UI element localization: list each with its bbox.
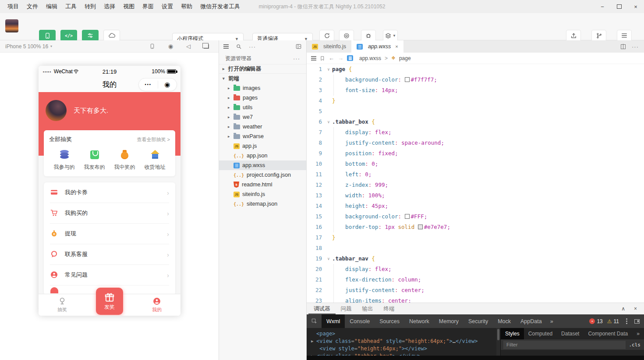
outline-icon[interactable]: [223, 44, 229, 45]
list-item-0[interactable]: 我的卡券›: [50, 182, 169, 203]
lottery-grid-item-1[interactable]: 我发布的: [79, 150, 110, 171]
user-avatar[interactable]: [5, 19, 18, 32]
devtools-tab-memory[interactable]: Memory: [434, 314, 464, 328]
maximize-icon[interactable]: [611, 0, 627, 13]
more-menu-icon[interactable]: •••: [139, 82, 158, 87]
warning-count[interactable]: ⚠11: [607, 318, 619, 324]
explorer-row-app-js[interactable]: JSapp.js: [219, 141, 306, 151]
expand-arrow-icon[interactable]: ▶: [311, 338, 313, 345]
fold-icon[interactable]: ∨: [325, 253, 332, 264]
minimize-icon[interactable]: −: [594, 0, 611, 13]
mute-icon[interactable]: ◁: [186, 43, 191, 49]
breadcrumb-node[interactable]: page: [399, 55, 411, 61]
devtools-tab-sources[interactable]: Sources: [375, 314, 404, 328]
explorer-row-sitemap-json[interactable]: {..}sitemap.json: [219, 199, 306, 209]
gift-tab-button[interactable]: 发奖: [96, 288, 123, 315]
device-icon[interactable]: [149, 43, 155, 50]
menu-item-1[interactable]: 文件: [23, 0, 42, 13]
nav-back-icon[interactable]: ←: [329, 55, 334, 61]
menu-item-5[interactable]: 选择: [100, 0, 119, 13]
close-panel-icon[interactable]: ×: [634, 306, 637, 312]
record-icon[interactable]: ◉: [168, 43, 173, 49]
menu-item-2[interactable]: 编辑: [42, 0, 61, 13]
fold-icon[interactable]: ∨: [325, 64, 332, 75]
expanded-arrow-icon[interactable]: ▾: [223, 76, 228, 81]
debugger-tab-2[interactable]: 输出: [357, 303, 379, 314]
lottery-grid-item-3[interactable]: 收货地址: [140, 150, 170, 171]
wxml-node-0[interactable]: <page>: [311, 330, 496, 338]
menu-item-8[interactable]: 设置: [158, 0, 177, 13]
collapsed-arrow-icon[interactable]: ▸: [228, 134, 234, 139]
explorer-row-open-editors[interactable]: ▸打开的编辑器: [219, 64, 306, 74]
explorer-row-images[interactable]: ▸images: [219, 83, 306, 93]
explorer-row-utils[interactable]: ▸utils: [219, 103, 306, 112]
editor-tab-app-wxss[interactable]: app.wxss×: [351, 40, 403, 53]
close-icon[interactable]: ×: [627, 0, 644, 13]
editor-tab-siteinfo-js[interactable]: JSsiteinfo.js: [307, 40, 351, 53]
explorer-row-pages[interactable]: ▸pages: [219, 93, 306, 103]
error-count[interactable]: ×13: [589, 318, 602, 324]
tabbar-item-0[interactable]: 抽奖: [39, 294, 86, 316]
explorer-row-we7[interactable]: ▸we7: [219, 112, 306, 122]
exit-miniprogram-icon[interactable]: ◉: [158, 81, 177, 89]
code-area[interactable]: 1∨page {2 background-color: #f7f7f7;3 fo…: [307, 64, 644, 303]
styles-tab-computed[interactable]: Computed: [524, 328, 557, 339]
breadcrumb-file[interactable]: app.wxss: [359, 55, 381, 61]
tabs-overflow-icon[interactable]: »: [547, 318, 557, 324]
inspect-element-icon[interactable]: [307, 314, 322, 328]
explorer-row-readme-html[interactable]: 5readme.html: [219, 180, 306, 189]
debugger-tab-3[interactable]: 终端: [379, 303, 400, 314]
collapsed-arrow-icon[interactable]: ▸: [228, 105, 234, 110]
list-item-2[interactable]: 提现›: [50, 224, 169, 244]
list-item-4[interactable]: 常见问题›: [50, 265, 169, 285]
devtools-tab-wxml[interactable]: Wxml: [322, 314, 345, 328]
debugger-tab-0[interactable]: 调试器: [308, 303, 336, 314]
menu-item-7[interactable]: 界面: [138, 0, 158, 13]
menu-item-4[interactable]: 转到: [81, 0, 100, 13]
explorer-row-app-wxss[interactable]: app.wxss: [219, 160, 306, 170]
collapse-panel-icon[interactable]: ∧: [621, 306, 625, 312]
filter-input[interactable]: Filter: [503, 341, 626, 349]
styles-tab-component-data[interactable]: Component Data: [584, 328, 632, 339]
collapsed-arrow-icon[interactable]: ▸: [228, 115, 234, 119]
kebab-menu-icon[interactable]: [626, 321, 627, 322]
devtools-tab-security[interactable]: Security: [464, 314, 493, 328]
explorer-row-app-json[interactable]: {..}app.json: [219, 151, 306, 160]
more-icon[interactable]: ···: [632, 43, 639, 50]
lottery-grid-item-2[interactable]: 我中奖的: [110, 150, 140, 171]
styles-overflow-icon[interactable]: »: [637, 331, 644, 337]
split-editor-icon[interactable]: [621, 44, 626, 49]
collapsed-arrow-icon[interactable]: ▸: [228, 96, 234, 100]
cls-button[interactable]: .cls: [629, 342, 641, 348]
tabbar-item-2[interactable]: 我的: [133, 294, 180, 316]
more-icon[interactable]: ···: [249, 43, 256, 50]
search-icon[interactable]: [236, 43, 242, 50]
toc-icon[interactable]: [311, 56, 316, 57]
explorer-row-frontend[interactable]: ▾前端: [219, 74, 306, 83]
explorer-row-wxparse[interactable]: ▸wxParse: [219, 132, 306, 141]
debugger-tab-1[interactable]: 问题: [336, 303, 357, 314]
styles-tab-styles[interactable]: Styles: [501, 328, 524, 339]
wxml-node-3[interactable]: ▶<view class="tabbar_box">…</view>: [311, 353, 496, 356]
collapsed-arrow-icon[interactable]: ▸: [228, 125, 234, 129]
fold-icon[interactable]: ∨: [325, 117, 332, 127]
devtools-tab-console[interactable]: Console: [345, 314, 375, 328]
list-item-1[interactable]: 我购买的›: [50, 203, 169, 224]
device-selector[interactable]: iPhone 5 100% 16: [5, 43, 48, 50]
bookmark-icon[interactable]: [320, 55, 325, 61]
devtools-tab-mock[interactable]: Mock: [493, 314, 516, 328]
menu-item-3[interactable]: 工具: [61, 0, 81, 13]
close-tab-icon[interactable]: ×: [395, 44, 398, 49]
tabbar-item-1[interactable]: 发奖: [86, 294, 133, 316]
menu-item-10[interactable]: 微信开发者工具: [196, 0, 244, 13]
dock-side-icon[interactable]: [634, 319, 640, 324]
explorer-row-siteinfo-js[interactable]: JSsiteinfo.js: [219, 189, 306, 199]
collapsed-arrow-icon[interactable]: ▸: [223, 67, 228, 71]
lottery-grid-item-0[interactable]: 我参与的: [49, 150, 79, 171]
devtools-tab-network[interactable]: Network: [404, 314, 434, 328]
explorer-more-icon[interactable]: ···: [293, 55, 300, 62]
expand-arrow-icon[interactable]: ▶: [311, 353, 313, 356]
wxml-node-1[interactable]: ▶<view class="tabhead" style="height:64p…: [311, 338, 496, 345]
devtools-tab-appdata[interactable]: AppData: [516, 314, 547, 328]
list-item-3[interactable]: 联系客服›: [50, 244, 169, 265]
